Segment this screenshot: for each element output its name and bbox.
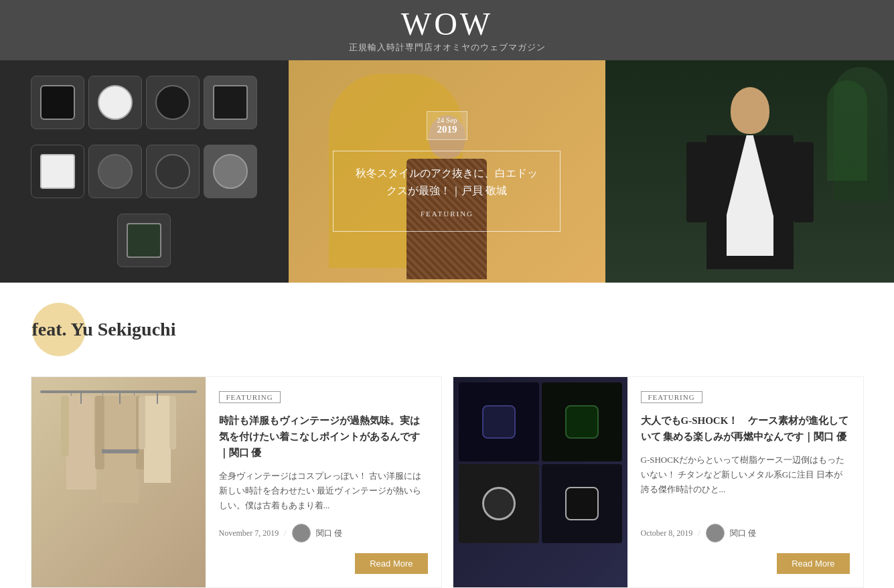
meta-divider-2: /	[698, 528, 700, 538]
card-title-1: 時計も洋服もヴィンテージが過熱気味。実は気を付けたい着こなしポイントがあるんです…	[219, 413, 428, 461]
card-footer-1: Read More	[219, 553, 428, 574]
section-heading-wrap: feat. Yu Sekiguchi	[25, 303, 176, 356]
clothes-image	[31, 377, 206, 587]
watch-item	[146, 145, 200, 198]
card-author-2: 関口 侵	[730, 528, 756, 539]
site-logo: WOW	[0, 8, 894, 40]
hero-panel-left	[0, 60, 289, 283]
card-image-1	[31, 377, 206, 587]
read-more-button-1[interactable]: Read More	[355, 553, 427, 574]
card-meta-1: November 7, 2019 / 関口 侵	[219, 524, 428, 542]
hero-category: FEATURING	[354, 210, 540, 218]
hero-content-box: 秋冬スタイルのアク抜きに、白エドックスが最強！｜戸貝 敬城 FEATURING	[333, 151, 561, 232]
watches-image	[453, 377, 627, 587]
card-avatar-2	[706, 524, 725, 542]
section-heading: feat. Yu Sekiguchi	[25, 303, 869, 356]
hero-panel-right	[605, 60, 894, 283]
meta-divider-1: /	[284, 528, 286, 538]
feature-section: feat. Yu Sekiguchi	[12, 283, 883, 588]
hero-date-badge: 24 Sep 2019	[427, 111, 467, 140]
watch-item	[31, 76, 84, 129]
watch-item	[117, 214, 171, 267]
read-more-button-2[interactable]: Read More	[777, 553, 849, 574]
site-tagline: 正規輸入時計専門店オオミヤのウェブマガジン	[0, 42, 894, 54]
hero-date-day-month: 24 Sep	[437, 116, 457, 124]
card-footer-2: Read More	[641, 553, 850, 574]
card-tag-1: FEATURING	[219, 391, 281, 403]
watch-grid-item	[542, 464, 622, 543]
card-image-2	[453, 377, 627, 587]
site-header: WOW 正規輸入時計専門店オオミヤのウェブマガジン	[0, 0, 894, 60]
watch-grid-item	[459, 464, 539, 543]
hero-slider: 24 Sep 2019 秋冬スタイルのアク抜きに、白エドックスが最強！｜戸貝 敬…	[0, 60, 894, 283]
watch-item	[204, 76, 257, 129]
article-card-1: FEATURING 時計も洋服もヴィンテージが過熱気味。実は気を付けたい着こなし…	[31, 376, 442, 588]
watch-item	[88, 145, 142, 198]
card-excerpt-1: 全身ヴィンテージはコスプレっぽい！ 古い洋服には新しい時計を合わせたい 最近ヴィ…	[219, 469, 428, 513]
watch-item	[204, 145, 257, 198]
card-meta-2: October 8, 2019 / 関口 侵	[641, 524, 850, 542]
card-tag-2: FEATURING	[641, 391, 702, 403]
watch-item	[146, 76, 200, 129]
article-card-2: FEATURING 大人でもG-SHOCK！ ケース素材が進化していて 集める楽…	[453, 376, 864, 588]
card-title-2: 大人でもG-SHOCK！ ケース素材が進化していて 集める楽しみが再燃中なんです…	[641, 413, 850, 445]
watches-grid	[0, 60, 289, 283]
card-body-1: FEATURING 時計も洋服もヴィンテージが過熱気味。実は気を付けたい着こなし…	[206, 377, 441, 587]
card-body-2: FEATURING 大人でもG-SHOCK！ ケース素材が進化していて 集める楽…	[627, 377, 863, 587]
hero-title: 秋冬スタイルのアク抜きに、白エドックスが最強！｜戸貝 敬城	[354, 165, 540, 199]
card-avatar-1	[292, 524, 311, 542]
watch-grid-item	[459, 382, 539, 461]
card-date-2: October 8, 2019	[641, 528, 693, 538]
card-date-1: November 7, 2019	[219, 528, 279, 538]
cards-row: FEATURING 時計も洋服もヴィンテージが過熱気味。実は気を付けたい着こなし…	[25, 376, 869, 588]
hero-center-overlay: 24 Sep 2019 秋冬スタイルのアク抜きに、白エドックスが最強！｜戸貝 敬…	[289, 60, 606, 283]
watch-item	[88, 76, 142, 129]
watch-item	[31, 145, 84, 198]
watch-grid-item	[542, 382, 622, 461]
section-title: feat. Yu Sekiguchi	[25, 319, 176, 340]
hero-panel-center[interactable]: 24 Sep 2019 秋冬スタイルのアク抜きに、白エドックスが最強！｜戸貝 敬…	[289, 60, 606, 283]
card-excerpt-2: G-SHOCKだからといって樹脂ケース一辺倒はもったいない！ チタンなど新しいメ…	[641, 453, 850, 497]
hero-date-year: 2019	[437, 124, 457, 135]
card-author-1: 関口 侵	[316, 528, 342, 539]
